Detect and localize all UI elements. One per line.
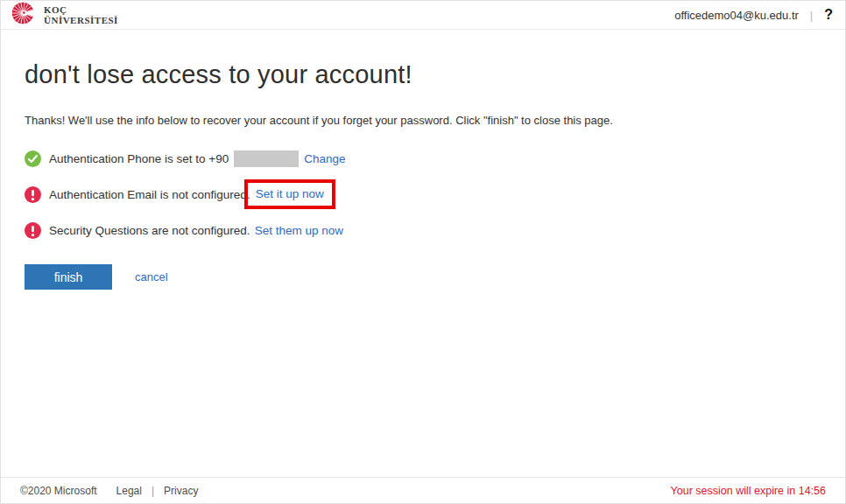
success-check-icon — [25, 150, 41, 167]
koc-university-fan-icon — [10, 0, 39, 30]
sspr-registration-page: KOÇ ÜNİVERSİTESİ officedemo04@ku.edu.tr … — [0, 0, 846, 504]
privacy-link[interactable]: Privacy — [164, 485, 198, 497]
security-questions-status-text: Security Questions are not configured. — [49, 224, 250, 237]
header-separator: | — [810, 9, 813, 22]
copyright-text: ©2020 Microsoft — [20, 485, 97, 497]
brand-line2: ÜNİVERSİTESİ — [44, 15, 118, 25]
cancel-link[interactable]: cancel — [135, 270, 168, 284]
header-right: officedemo04@ku.edu.tr | ? — [674, 7, 833, 23]
warning-exclamation-icon — [25, 186, 41, 203]
set-up-security-questions-link[interactable]: Set them up now — [255, 224, 343, 237]
main-content: don't lose access to your account! Thank… — [1, 30, 845, 290]
finish-button[interactable]: finish — [25, 264, 112, 290]
warning-exclamation-icon — [25, 222, 41, 239]
security-questions-row: Security Questions are not configured. S… — [25, 220, 821, 241]
action-buttons: finish cancel — [25, 264, 821, 290]
email-status-text: Authentication Email is not configured. — [49, 188, 250, 201]
help-button[interactable]: ? — [824, 7, 833, 23]
intro-text: Thanks! We'll use the info below to reco… — [25, 114, 821, 127]
authentication-phone-row: Authentication Phone is set to +90 Chang… — [25, 148, 821, 169]
annotation-highlight-box: Set it up now — [244, 179, 335, 209]
university-logo: KOÇ ÜNİVERSİTESİ — [10, 0, 118, 30]
header-bar: KOÇ ÜNİVERSİTESİ officedemo04@ku.edu.tr … — [1, 1, 845, 30]
page-title: don't lose access to your account! — [25, 60, 821, 89]
session-expiry-message: Your session will expire in 14:56 — [671, 485, 826, 497]
set-up-email-link[interactable]: Set it up now — [256, 187, 324, 200]
university-name: KOÇ ÜNİVERSİTESİ — [44, 4, 118, 25]
footer-left: ©2020 Microsoft Legal | Privacy — [20, 485, 198, 497]
redacted-phone-number — [234, 150, 299, 167]
signed-in-user-email: officedemo04@ku.edu.tr — [674, 9, 799, 22]
brand-line1: KOÇ — [44, 4, 67, 15]
legal-link[interactable]: Legal — [116, 485, 142, 497]
recovery-options-list: Authentication Phone is set to +90 Chang… — [25, 148, 821, 241]
phone-status-text: Authentication Phone is set to +90 — [49, 152, 229, 165]
authentication-email-row: Authentication Email is not configured. … — [25, 184, 821, 205]
footer-separator: | — [152, 485, 154, 497]
change-phone-link[interactable]: Change — [304, 152, 345, 165]
footer-bar: ©2020 Microsoft Legal | Privacy Your ses… — [1, 477, 845, 503]
